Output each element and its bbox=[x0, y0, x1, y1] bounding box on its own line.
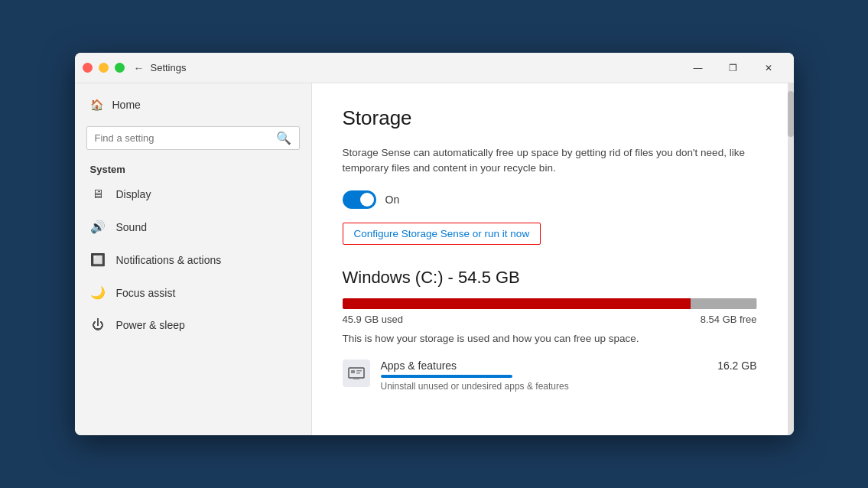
storage-bar-used bbox=[343, 298, 691, 309]
close-button[interactable]: ✕ bbox=[751, 56, 786, 80]
page-title: Storage bbox=[343, 106, 757, 130]
title-bar: ← Settings — ❐ ✕ bbox=[75, 53, 794, 83]
display-label: Display bbox=[116, 188, 151, 200]
svg-rect-2 bbox=[356, 370, 362, 372]
sidebar-item-focus[interactable]: 🌙 Focus assist bbox=[75, 276, 311, 309]
svg-rect-1 bbox=[351, 370, 355, 373]
storage-bar-free bbox=[691, 298, 757, 309]
sound-icon: 🔊 bbox=[90, 220, 106, 234]
apps-item-sub: Uninstall unused or undesired apps & fea… bbox=[381, 381, 757, 392]
sidebar-item-sound[interactable]: 🔊 Sound bbox=[75, 210, 311, 243]
main-panel: Storage Storage Sense can automatically … bbox=[312, 83, 788, 435]
toggle-knob bbox=[360, 193, 374, 207]
power-label: Power & sleep bbox=[116, 319, 185, 331]
sidebar-item-notifications[interactable]: 🔲 Notifications & actions bbox=[75, 243, 311, 276]
storage-labels: 45.9 GB used 8.54 GB free bbox=[343, 314, 757, 325]
apps-item-info: Apps & features 16.2 GB Uninstall unused… bbox=[381, 359, 757, 392]
maximize-button[interactable]: ❐ bbox=[716, 56, 751, 80]
scrollbar-thumb[interactable] bbox=[788, 91, 794, 137]
window-title: Settings bbox=[151, 62, 187, 73]
home-label: Home bbox=[112, 99, 141, 111]
notifications-label: Notifications & actions bbox=[116, 254, 222, 266]
minimize-button[interactable]: — bbox=[681, 56, 716, 80]
back-button[interactable]: ← bbox=[134, 62, 145, 74]
settings-window: ← Settings — ❐ ✕ 🏠 Home 🔍 System 🖥 Displ… bbox=[75, 53, 794, 435]
content-area: 🏠 Home 🔍 System 🖥 Display 🔊 Sound 🔲 Noti… bbox=[75, 83, 794, 435]
sidebar-item-home[interactable]: 🏠 Home bbox=[75, 91, 311, 119]
apps-item-header: Apps & features 16.2 GB bbox=[381, 359, 757, 372]
storage-sense-toggle[interactable] bbox=[343, 190, 376, 209]
apps-label: Apps & features bbox=[381, 359, 457, 372]
scrollbar[interactable] bbox=[788, 83, 794, 435]
sidebar-item-display[interactable]: 🖥 Display bbox=[75, 178, 311, 210]
minimize-button-mac[interactable] bbox=[99, 63, 109, 73]
close-button-mac[interactable] bbox=[83, 63, 93, 73]
sound-label: Sound bbox=[116, 221, 147, 233]
svg-rect-3 bbox=[356, 373, 360, 374]
toggle-row: On bbox=[343, 190, 757, 209]
focus-icon: 🌙 bbox=[90, 285, 106, 300]
svg-rect-4 bbox=[353, 378, 359, 379]
storage-bar bbox=[343, 298, 757, 309]
system-label: System bbox=[75, 158, 311, 178]
used-label: 45.9 GB used bbox=[343, 314, 404, 325]
power-icon: ⏻ bbox=[90, 318, 106, 332]
drive-title: Windows (C:) - 54.5 GB bbox=[343, 268, 757, 288]
display-icon: 🖥 bbox=[90, 187, 106, 201]
apps-item-bar bbox=[381, 375, 512, 378]
search-box[interactable]: 🔍 bbox=[86, 126, 300, 150]
traffic-lights bbox=[83, 63, 125, 73]
toggle-label: On bbox=[385, 194, 400, 206]
search-input[interactable] bbox=[95, 132, 276, 144]
maximize-button-mac[interactable] bbox=[115, 63, 125, 73]
sidebar: 🏠 Home 🔍 System 🖥 Display 🔊 Sound 🔲 Noti… bbox=[75, 83, 312, 435]
apps-icon bbox=[343, 359, 370, 387]
focus-label: Focus assist bbox=[116, 287, 176, 299]
storage-description-text: Storage Sense can automatically free up … bbox=[343, 145, 757, 177]
home-icon: 🏠 bbox=[90, 99, 103, 111]
free-label: 8.54 GB free bbox=[701, 314, 757, 325]
window-controls: — ❐ ✕ bbox=[681, 56, 786, 80]
search-icon: 🔍 bbox=[276, 131, 291, 145]
title-bar-content: ← Settings bbox=[134, 62, 187, 74]
sidebar-item-power[interactable]: ⏻ Power & sleep bbox=[75, 309, 311, 341]
apps-size: 16.2 GB bbox=[717, 359, 756, 372]
configure-storage-link[interactable]: Configure Storage Sense or run it now bbox=[343, 223, 541, 245]
notifications-icon: 🔲 bbox=[90, 252, 106, 267]
storage-how-text: This is how your storage is used and how… bbox=[343, 333, 757, 344]
storage-item-apps[interactable]: Apps & features 16.2 GB Uninstall unused… bbox=[343, 359, 757, 392]
